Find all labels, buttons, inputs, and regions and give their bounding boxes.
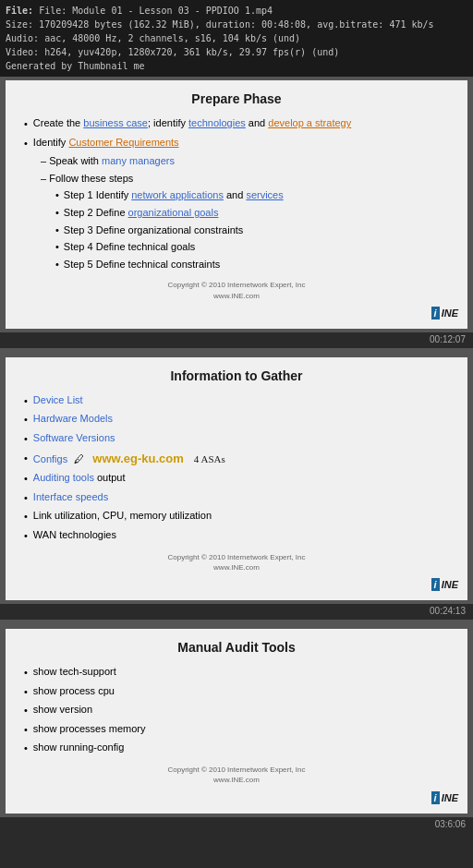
timestamp2: 00:24:13 [0,604,473,620]
slide2-bullet6-text: Interface speeds [33,489,108,506]
slide3-footer: Copyright © 2010 Internetwork Expert, In… [24,765,449,785]
slide1-sub2: – Follow these steps [41,171,449,187]
timestamp3: 03:6:06 [0,817,473,833]
slide2-bullet8: • WAN technologies [24,527,449,545]
slide1-bullet2: • Identify Customer Requirements [24,135,449,152]
slide3-bullet3-text: show version [33,702,92,718]
slide2-logo: i INE [431,578,458,591]
slide1-footer1: Copyright © 2010 Internetwork Expert, In… [24,280,449,290]
file-info-bar: File: File: Module 01 - Lesson 03 - PPDI… [0,0,473,77]
slide1-bullet1: • Create the business case; identify tec… [24,115,449,133]
slide3-content: • show tech-support • show process cpu •… [24,664,449,757]
strategy-link: develop a strategy [268,117,351,128]
slide2-bullet3-text: Software Versions [33,430,115,447]
slide3-bullet2-text: show process cpu [33,683,115,700]
slide2-bullet6: • Interface speeds [24,489,449,507]
ine-logo3: i INE [431,791,458,804]
watermark-text: www.eg-ku.com [92,452,183,465]
slide2-configs-text: Configs [33,453,67,464]
slide3-footer1: Copyright © 2010 Internetwork Expert, In… [24,765,449,775]
slide1-title: Prepare Phase [24,91,449,106]
bullet-icon2: • [24,136,28,152]
slide2-bullet7-text: Link utilization, CPU, memory utilizatio… [33,508,212,524]
ine-text3: INE [442,792,458,803]
slide1-step1: • Step 1 Identify network applications a… [55,187,449,204]
annotation-text: 4 ASAs [194,453,225,464]
file-size-line: Size: 170209428 bytes (162.32 MiB), dura… [6,18,467,31]
ine-i2: i [431,578,440,591]
slide1-footer: Copyright © 2010 Internetwork Expert, In… [24,280,449,300]
slide2-footer2: www.INE.com [24,562,449,573]
slide1-wrapper: Prepare Phase • Create the business case… [0,77,473,332]
slide3-bullet1-text: show tech-support [33,664,116,681]
slide1-step4: • Step 4 Define technical goals [55,239,449,256]
slide3-bullet4-text: show processes memory [33,721,146,738]
slide1-bullet1-text: Create the business case; identify techn… [33,115,351,132]
slide3: Manual Audit Tools • show tech-support •… [6,629,467,814]
file-audio-line: Audio: aac, 48000 Hz, 2 channels, s16, 1… [6,31,467,45]
slide1-step3-text: Step 3 Define organizational constraints [64,223,243,239]
slide1-step3: • Step 3 Define organizational constrain… [55,223,449,239]
ine-i1: i [431,307,440,319]
ine-logo2: i INE [431,578,458,591]
slide2-bullet2: • Hardware Models [24,411,449,428]
slide1-sub2-text: – Follow these steps [41,171,133,187]
slide1-logo: i INE [431,307,458,319]
business-case-link: business case [83,117,148,128]
slide2-bullet4: • Configs 🖊 www.eg-ku.com 4 ASAs [24,450,449,469]
slide2-footer: Copyright © 2010 Internetwork Expert, In… [24,552,449,573]
slide2-wrapper: Information to Gather • Device List • Ha… [0,354,473,604]
slide3-footer2: www.INE.com [24,775,449,785]
slide3-logo: i INE [431,791,458,804]
slide1: Prepare Phase • Create the business case… [6,80,467,329]
slide2-footer1: Copyright © 2010 Internetwork Expert, In… [24,552,449,562]
slide2-bullet8-text: WAN technologies [33,527,116,544]
file-generated-line: Generated by Thumbnail me [6,59,467,73]
slide2-bullet5: • Auditing tools output [24,470,449,488]
slide3-bullet4: • show processes memory [24,721,449,739]
slide1-step4-text: Step 4 Define technical goals [64,239,195,256]
file-name: File: Module 01 - Lesson 03 - PPDIOO 1.m… [39,6,273,16]
slide3-title: Manual Audit Tools [24,640,449,655]
slide1-sub1: – Speak with many managers [41,153,449,170]
slide2-bullet2-text: Hardware Models [33,411,113,428]
ine-text1: INE [442,307,458,319]
slide2: Information to Gather • Device List • Ha… [6,357,467,600]
slide1-step5: • Step 5 Define technical constraints [55,257,449,273]
slide2-bullet1: • Device List [24,392,449,410]
slide3-bullet5-text: show running-config [33,740,124,756]
slide2-bullet5-text: Auditing tools output [33,470,126,487]
slide3-bullet5: • show running-config [24,740,449,757]
ine-text2: INE [442,579,458,590]
file-label: File: [6,6,33,16]
file-video-line: Video: h264, yuv420p, 1280x720, 361 kb/s… [6,45,467,59]
many-managers-text: many managers [102,155,175,166]
slide1-sub1-text: – Speak with many managers [41,153,175,170]
slide1-content: • Create the business case; identify tec… [24,115,449,272]
slide2-title: Information to Gather [24,368,449,383]
timestamp1: 00:12:07 [0,332,473,348]
ine-i3: i [431,791,440,804]
slide2-bullet3: • Software Versions [24,430,449,448]
bullet-icon: • [24,116,28,133]
slide3-bullet1: • show tech-support [24,664,449,681]
slide1-bullet2-text: Identify Customer Requirements [33,135,179,151]
slide1-step5-text: Step 5 Define technical constraints [64,257,220,273]
ine-logo1: i INE [431,307,458,319]
slide3-bullet3: • show version [24,702,449,719]
slide2-bullet1-text: Device List [33,392,83,409]
slide2-bullet7: • Link utilization, CPU, memory utilizat… [24,508,449,525]
slide2-content: • Device List • Hardware Models • Softwa… [24,392,449,545]
slide1-step2: • Step 2 Define organizational goals [55,205,449,222]
slide3-bullet2: • show process cpu [24,683,449,701]
slide1-footer2: www.INE.com [24,291,449,301]
slide3-wrapper: Manual Audit Tools • show tech-support •… [0,625,473,817]
customer-req-link: Customer Requirements [68,137,178,148]
technologies-link: technologies [188,117,246,128]
